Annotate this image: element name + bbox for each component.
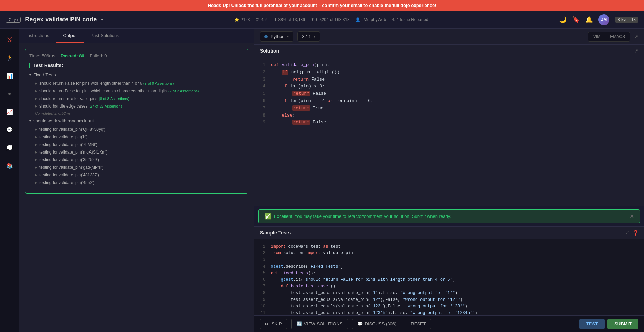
test-count-3: (27 of 27 Assertions): [89, 104, 124, 108]
test-item-3[interactable]: ▶ should handle edge cases (27 of 27 Ass…: [29, 102, 244, 110]
test-item-2[interactable]: ▶ should return True for valid pins (8 o…: [29, 95, 244, 102]
sample-line-5: 5 def fixed_tests():: [258, 270, 640, 277]
sample-tests-header: Sample Tests ⤢ ❓: [254, 226, 644, 239]
sample-line-2: 2 from solution import validate_pin: [258, 250, 640, 257]
sample-code-editor[interactable]: 1 import codewars_test as test 2 from so…: [254, 239, 644, 315]
avatar[interactable]: JM: [598, 14, 609, 25]
lang-selectors: Python ▾ 3.11 ▾: [260, 31, 320, 42]
version-selector[interactable]: 3.11 ▾: [297, 31, 320, 42]
sidebar-item-leaderboard[interactable]: 📈: [4, 106, 15, 117]
solution-fullscreen-icon[interactable]: ⤢: [634, 48, 638, 54]
reset-button[interactable]: RESET: [406, 319, 431, 329]
test-chevron-2: ▶: [35, 97, 37, 100]
test-label-1: should return False for pins which conta…: [39, 89, 199, 93]
bookmark-icon[interactable]: 🔖: [572, 16, 580, 24]
views-stat: 👁 69,201 of 163,318: [311, 17, 350, 22]
test-chevron-3: ▶: [35, 104, 37, 108]
tab-output[interactable]: Output: [56, 29, 83, 43]
language-selector[interactable]: Python ▾: [260, 31, 293, 42]
sample-tests-help-icon[interactable]: ❓: [633, 230, 638, 236]
main-layout: ⚔ 🏃 📊 ● 📈 💬 💭 📚 Instructions Output Past…: [0, 29, 644, 332]
code-line-6: 6 if len(pin) == 4 or len(pin) == 6:: [258, 98, 640, 105]
code-line-2: 2 if not(pin.isdigit()):: [258, 69, 640, 76]
version-dropdown-arrow: ▾: [314, 35, 315, 38]
vim-mode-button[interactable]: VIM: [588, 32, 605, 41]
sample-tests-icons: ⤢ ❓: [626, 230, 638, 236]
failed-count: Failed: 0: [90, 53, 107, 58]
success-banner: ✅ Excellent! You may take your time to r…: [258, 209, 640, 223]
test-chevron-0: ▶: [35, 82, 37, 85]
tab-instructions[interactable]: Instructions: [19, 29, 56, 43]
test-count-2: (8 of 8 Assertions): [98, 96, 129, 101]
view-icon: 🔄: [296, 321, 302, 326]
random-tests-header[interactable]: ▾ should work with random input: [29, 118, 244, 123]
random-test-4[interactable]: ▶ testing for validate_pin('352529'): [29, 156, 244, 164]
python-dot: [264, 35, 268, 38]
sidebar-item-dot[interactable]: ●: [4, 88, 15, 99]
sidebar-item-training[interactable]: 🏃: [4, 52, 15, 63]
random-test-7[interactable]: ▶ testing for validate_pin('4552'): [29, 179, 244, 186]
solution-header: Solution ⤢: [254, 45, 644, 57]
sample-line-11: 11 test.assert_equals(validate_pin("1234…: [258, 310, 640, 315]
notifications-icon[interactable]: 🔔: [585, 16, 593, 24]
test-results-header: Test Results:: [29, 63, 244, 68]
random-test-3[interactable]: ▶ testing for validate_pin('mqA}S!1Km'): [29, 148, 244, 156]
random-tests-section: ▾ should work with random input ▶ testin…: [29, 118, 244, 186]
test-label-2: should return True for valid pins (8 of …: [39, 96, 129, 101]
completed-message: Completed in 0.52ms: [35, 111, 244, 116]
test-item-0[interactable]: ▶ should return False for pins with leng…: [29, 80, 244, 87]
header-stats: ⭐ 2123 🛡 454 ⬆ 88% of 13,136 👁 69,201 of…: [234, 17, 428, 22]
random-test-1[interactable]: ▶ testing for validate_pin('h'): [29, 133, 244, 141]
author-stat: 👤 JMurphyWeb: [355, 17, 386, 22]
kata-dropdown-arrow[interactable]: ▾: [101, 17, 103, 22]
sample-tests-title: Sample Tests: [260, 230, 291, 236]
random-test-6[interactable]: ▶ testing for validate_pin('481337'): [29, 171, 244, 179]
solution-expand-icon[interactable]: ⤢: [634, 34, 638, 39]
code-editor[interactable]: 1 def validate_pin(pin): 2 if not(pin.is…: [254, 57, 644, 206]
left-panel: Instructions Output Past Solutions Time:…: [19, 29, 254, 332]
time-bar: Time: 506ms Passed: 86 Failed: 0: [29, 53, 244, 58]
global-header: 7 kyu Regex validate PIN code ▾ ⭐ 2123 🛡…: [0, 11, 644, 29]
passed-count: Passed: 86: [61, 53, 84, 58]
success-close-button[interactable]: ✕: [629, 213, 634, 220]
language-dropdown-arrow: ▾: [287, 35, 289, 38]
test-count-1: (2 of 2 Assertions): [168, 89, 199, 93]
submit-button[interactable]: SUBMIT: [607, 319, 638, 329]
view-solutions-button[interactable]: 🔄 VIEW SOLUTIONS: [291, 319, 348, 329]
sample-line-4: 4 @test.describe("Fixed Tests"): [258, 264, 640, 270]
sample-tests-expand-icon[interactable]: ⤢: [626, 230, 630, 236]
random-test-0[interactable]: ▶ testing for validate_pin('QF'8?50yq'): [29, 126, 244, 133]
random-test-2[interactable]: ▶ testing for validate_pin('7hMNt'): [29, 141, 244, 148]
sample-line-7: 7 def basic_test_cases():: [258, 283, 640, 290]
fixed-tests-section: ▾ Fixed Tests ▶ should return False for …: [29, 72, 244, 116]
sidebar-item-stats[interactable]: 📊: [4, 70, 15, 81]
skip-button[interactable]: ⏭ SKIP: [260, 319, 287, 329]
dark-mode-icon[interactable]: 🌙: [559, 16, 567, 24]
sidebar-item-docs[interactable]: 📚: [4, 160, 15, 171]
header-left: 7 kyu Regex validate PIN code ▾: [6, 16, 103, 23]
bottom-bar-right: TEST SUBMIT: [579, 319, 638, 329]
code-line-3: 3 return False: [258, 76, 640, 83]
banner-text: Unlock the full potential of your accoun…: [231, 3, 436, 8]
language-label: Python: [271, 34, 284, 39]
sidebar-item-discuss[interactable]: 💬: [4, 124, 15, 135]
editor-controls: VIM EMACS ⤢: [588, 32, 638, 42]
test-button[interactable]: TEST: [579, 319, 605, 329]
user-rank-badge: 8 kyu · 18: [615, 17, 638, 23]
bottom-bar: ⏭ SKIP 🔄 VIEW SOLUTIONS 💬 DISCUSS (306) …: [254, 315, 644, 332]
random-test-5[interactable]: ▶ testing for validate_pin('gat}{MP4I'): [29, 164, 244, 171]
test-label-0: should return False for pins with length…: [39, 81, 174, 86]
sidebar-logo[interactable]: ⚔: [4, 34, 15, 45]
discuss-button[interactable]: 💬 DISCUSS (306): [352, 319, 402, 329]
sidebar-item-chat[interactable]: 💭: [4, 142, 15, 153]
fixed-tests-header[interactable]: ▾ Fixed Tests: [29, 72, 244, 77]
stars-stat: ⭐ 2123: [234, 17, 250, 22]
bottom-bar-left: ⏭ SKIP 🔄 VIEW SOLUTIONS 💬 DISCUSS (306) …: [260, 319, 431, 329]
emacs-mode-button[interactable]: EMACS: [605, 32, 630, 41]
test-item-1[interactable]: ▶ should return False for pins which con…: [29, 87, 244, 95]
sample-line-1: 1 import codewars_test as test: [258, 243, 640, 250]
editor-modes: VIM EMACS: [588, 32, 630, 42]
tab-past-solutions[interactable]: Past Solutions: [84, 29, 126, 43]
success-icon: ✅: [264, 213, 271, 220]
success-text: Excellent! You may take your time to ref…: [274, 214, 451, 219]
